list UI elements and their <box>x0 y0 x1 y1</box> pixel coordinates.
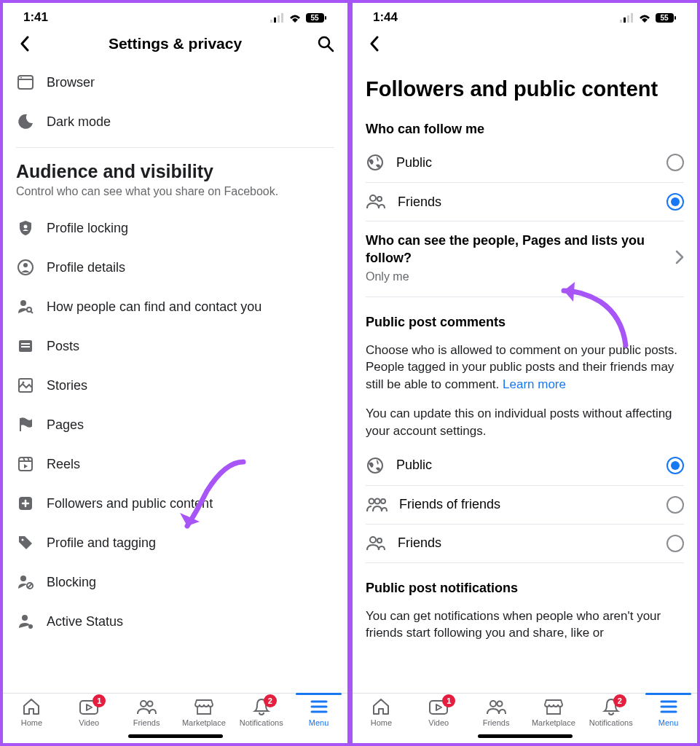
row-label: Blocking <box>47 575 96 590</box>
svg-point-28 <box>22 539 24 541</box>
tab-bar: Home 1 Video Friends Marketplace 2 Notif… <box>353 693 697 729</box>
tab-video[interactable]: 1 Video <box>410 696 468 727</box>
home-icon <box>21 697 42 716</box>
tab-label: Marketplace <box>182 718 226 727</box>
svg-text:55: 55 <box>660 14 669 22</box>
tab-label: Video <box>428 718 449 727</box>
section-title: Audience and visibility <box>16 154 334 182</box>
comment-option-fof[interactable]: Friends of friends <box>366 486 684 525</box>
profile-circle-icon <box>16 258 35 277</box>
back-button[interactable] <box>13 36 36 52</box>
settings-row-followers[interactable]: Followers and public content <box>16 484 334 523</box>
option-public[interactable]: Public <box>366 143 684 183</box>
option-friends[interactable]: Friends <box>366 183 684 221</box>
svg-point-54 <box>370 537 376 543</box>
tab-marketplace[interactable]: Marketplace <box>524 696 582 727</box>
section-subtitle: Control who can see what you share on Fa… <box>16 182 334 208</box>
tab-label: Notifications <box>240 718 283 727</box>
settings-row-posts[interactable]: Posts <box>16 326 334 366</box>
svg-rect-23 <box>19 458 32 471</box>
option-label: Public <box>396 155 432 170</box>
svg-point-29 <box>20 576 26 581</box>
svg-rect-1 <box>274 17 276 23</box>
svg-text:55: 55 <box>310 14 319 22</box>
settings-row-find-contact[interactable]: How people can find and contact you <box>16 287 334 326</box>
nav-row-question: Who can see the people, Pages and lists … <box>366 232 669 267</box>
row-label: Pages <box>47 417 84 433</box>
who-can-see-row[interactable]: Who can see the people, Pages and lists … <box>366 221 684 297</box>
settings-row-dark-mode[interactable]: Dark mode <box>16 102 334 141</box>
tab-video[interactable]: 1 Video <box>60 696 118 727</box>
tab-friends[interactable]: Friends <box>468 696 525 727</box>
tab-notifications[interactable]: 2 Notifications <box>582 696 640 727</box>
marketplace-icon <box>543 697 564 716</box>
row-label: Dark mode <box>47 114 111 130</box>
svg-rect-9 <box>18 76 33 89</box>
followers-content: Followers and public content Who can fol… <box>353 63 697 693</box>
phone-right: 1:44 55 Followers and public content Who… <box>351 1 699 745</box>
tab-label: Home <box>21 718 42 727</box>
svg-rect-0 <box>270 20 272 23</box>
settings-row-stories[interactable]: Stories <box>16 366 334 405</box>
tab-home[interactable]: Home <box>353 696 410 727</box>
learn-more-link[interactable]: Learn more <box>503 377 566 391</box>
tab-friends[interactable]: Friends <box>118 696 176 727</box>
nav-header: Settings & privacy <box>3 28 347 63</box>
settings-row-tagging[interactable]: Profile and tagging <box>16 523 334 562</box>
home-icon <box>371 697 391 716</box>
settings-row-browser[interactable]: Browser <box>16 63 334 102</box>
search-button[interactable] <box>314 35 337 52</box>
home-indicator <box>353 729 697 743</box>
option-label: Friends <box>398 535 441 551</box>
radio-checked[interactable] <box>666 193 684 211</box>
radio-unchecked[interactable] <box>666 535 684 552</box>
svg-point-14 <box>23 263 28 267</box>
tab-marketplace[interactable]: Marketplace <box>175 696 232 727</box>
settings-row-active-status[interactable]: Active Status <box>16 602 334 641</box>
tab-home[interactable]: Home <box>3 696 60 727</box>
settings-row-profile-details[interactable]: Profile details <box>16 248 334 287</box>
globe-icon <box>366 456 385 475</box>
back-button[interactable] <box>363 36 386 52</box>
svg-point-53 <box>381 499 385 503</box>
friends-icon <box>366 193 386 211</box>
svg-point-33 <box>28 624 33 629</box>
radio-checked[interactable] <box>666 457 684 474</box>
radio-unchecked[interactable] <box>666 154 684 171</box>
comments-heading: Public post comments <box>366 310 684 336</box>
tab-label: Home <box>371 718 392 727</box>
notifications-para: You can get notifications when people wh… <box>366 602 684 648</box>
radio-unchecked[interactable] <box>666 496 684 514</box>
svg-point-52 <box>375 498 380 503</box>
settings-row-pages[interactable]: Pages <box>16 405 334 444</box>
tab-label: Menu <box>309 718 329 727</box>
svg-point-12 <box>24 225 28 229</box>
flag-icon <box>16 415 35 434</box>
svg-rect-42 <box>627 15 629 23</box>
badge: 2 <box>264 694 277 707</box>
svg-rect-3 <box>281 13 283 23</box>
svg-rect-45 <box>675 16 676 20</box>
status-time: 1:44 <box>373 10 398 25</box>
chevron-left-icon <box>19 36 31 52</box>
tab-menu[interactable]: Menu <box>290 696 347 727</box>
tab-notifications[interactable]: 2 Notifications <box>232 696 290 727</box>
settings-row-blocking[interactable]: Blocking <box>16 562 334 602</box>
chevron-right-icon <box>675 250 684 264</box>
svg-line-8 <box>328 46 333 51</box>
status-icons: 55 <box>270 12 327 23</box>
option-label: Friends <box>398 195 441 210</box>
tab-menu[interactable]: Menu <box>640 696 697 727</box>
person-search-icon <box>16 297 35 316</box>
comment-option-public[interactable]: Public <box>366 446 684 486</box>
status-icons: 55 <box>620 12 677 23</box>
tab-bar: Home 1 Video Friends Marketplace 2 Notif… <box>3 693 347 729</box>
settings-row-profile-locking[interactable]: Profile locking <box>16 208 334 248</box>
comment-option-friends[interactable]: Friends <box>366 525 684 563</box>
svg-point-22 <box>23 382 25 384</box>
row-label: How people can find and contact you <box>47 299 261 315</box>
svg-point-48 <box>370 195 376 201</box>
row-label: Profile and tagging <box>47 535 156 551</box>
settings-row-reels[interactable]: Reels <box>16 444 334 484</box>
row-label: Posts <box>47 339 79 354</box>
